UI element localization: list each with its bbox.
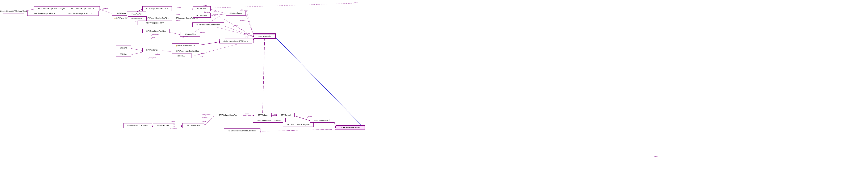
svg-text:button: button <box>202 121 206 123</box>
svg-text:_context: _context <box>239 19 246 21</box>
svg-text:T: T <box>160 46 161 48</box>
svg-text:node: node <box>176 13 180 16</box>
svg-text:_exception: _exception <box>148 57 156 59</box>
node-cacherecptr: < CacheRecPtr > <box>128 17 147 21</box>
node-sfcerror: < SFCError > <box>172 54 192 58</box>
node-sfaclusterheap-alloc: SFAClusterHeap< Alloc > <box>27 11 61 16</box>
svg-text:checkbox: checkbox <box>170 128 177 130</box>
node-sfxclusterheap-talloc: SFXClusterHeap< T, Alloc > <box>61 11 99 16</box>
node-sfxarray-noderecptr: SFXArray< NodeRecPtr > <box>143 6 172 11</box>
svg-line-76 <box>131 52 143 55</box>
svg-text:_real: _real <box>199 55 203 57</box>
svg-text:_color: _color <box>272 114 277 116</box>
svg-text:_dark: _dark <box>170 120 175 122</box>
node-sfxgraphics-fontrec: SFXGraphics::FontRec <box>143 29 170 33</box>
node-sfaheap: SFAClusterHeap< SFCDebugAllocator > <box>3 9 24 13</box>
node-noderecptr: < NodeRecPtr > <box>127 11 146 16</box>
node-sfycheckboxcontrol: SFYCheckboxControl <box>336 125 365 130</box>
diagram-container: _node node cache _tracer _tracer _handle… <box>0 0 868 182</box>
svg-line-84 <box>210 25 254 37</box>
svg-text:_clip: _clip <box>151 37 155 39</box>
svg-text:_handler: _handler <box>203 11 210 13</box>
svg-text:update: update <box>155 53 160 55</box>
svg-text:_renderer: _renderer <box>243 33 251 34</box>
svg-text:_distributer: _distributer <box>239 9 248 11</box>
node-sfyrenderer: SFYRenderer <box>193 13 211 18</box>
node-static-exception-t: ◆static_exception< T > <box>172 43 199 48</box>
node-sfycontrol: SFYControl <box>277 113 294 117</box>
svg-text:_tracer: _tracer <box>352 1 358 3</box>
node-sfxrgbcolor: SFXRGBColor <box>153 123 173 128</box>
node-sfybuttoncontrol-colorrec: SFYButtonControl::ColorRec <box>253 118 286 123</box>
diagram-svg: _node node cache _tracer _tracer _handle… <box>0 0 868 182</box>
svg-text:background: background <box>202 114 211 116</box>
node-sfytracer: SFYTracer <box>193 6 211 11</box>
node-sfxbevelcolor: SFXBevelColor <box>182 123 204 128</box>
svg-text:shadow: shadow <box>202 117 208 118</box>
svg-text:_translate: _translate <box>151 34 159 36</box>
node-sfxarray-cacherecptr: SFXArray< CacheRecPtr > <box>143 16 173 20</box>
node-sfywidget: SFYWidget <box>254 113 272 117</box>
svg-line-22 <box>223 25 254 37</box>
svg-text:_handler: _handler <box>212 13 218 16</box>
svg-line-70 <box>260 129 336 131</box>
node-sfxarray-sfyresponderptr: < SFYResponderPtr > <box>137 21 172 25</box>
node-sfycheckboxcontrol-colorrec: SFYCheckboxControl::ColorRec <box>224 128 260 133</box>
node-sfxclusterheap-uint32: SFXClusterHeap< Uint32 > <box>65 6 100 11</box>
node-sfywidget-colorrec: SFYWidget::ColorRec <box>214 113 242 117</box>
svg-text:_flag: _flag <box>244 36 248 38</box>
svg-line-23 <box>168 32 181 35</box>
node-sfyresponder: SFYResponder <box>254 34 276 39</box>
svg-text:_color: _color <box>244 113 249 115</box>
node-sfxgraphics: SFXGraphics <box>180 32 200 36</box>
label-button-focus: focus <box>654 155 658 157</box>
svg-line-4 <box>99 9 113 14</box>
node-sfyrenderer-contextrec: SFYRenderer::ContextRec <box>172 49 203 53</box>
svg-text:_color: _color <box>307 116 312 118</box>
svg-text:_node: _node <box>176 6 181 8</box>
svg-line-49 <box>262 39 265 116</box>
node-sfydistributer: SFYDistributer <box>226 11 246 16</box>
node-sfybuttoncontrol: SFYButtonControl <box>310 118 334 123</box>
svg-line-77 <box>162 51 172 52</box>
svg-line-71 <box>210 3 357 8</box>
node-sfxgrid: SFXGrid <box>116 46 131 50</box>
svg-text:_tracer: _tracer <box>202 4 207 6</box>
node-static-exception-sfcerror: static_exception< SFCError > <box>219 39 252 43</box>
node-sfybuttoncontrol-keyrec: SFYButtonControl::KeyRec <box>283 122 314 127</box>
svg-text:_buffer: _buffer <box>102 8 108 10</box>
svg-text:_tracer: _tracer <box>212 10 217 12</box>
node-sfydistributer-contextrec: SFYDistributer::ContextRec <box>192 23 224 27</box>
svg-line-75 <box>131 49 143 51</box>
node-sfxsize: SFXSize <box>116 52 131 57</box>
node-sfxrgbcolor-rgbrec: SFXRGBColor::RGBRec <box>123 123 152 128</box>
node-sfxrectangle: SFXRectangle <box>143 48 162 52</box>
